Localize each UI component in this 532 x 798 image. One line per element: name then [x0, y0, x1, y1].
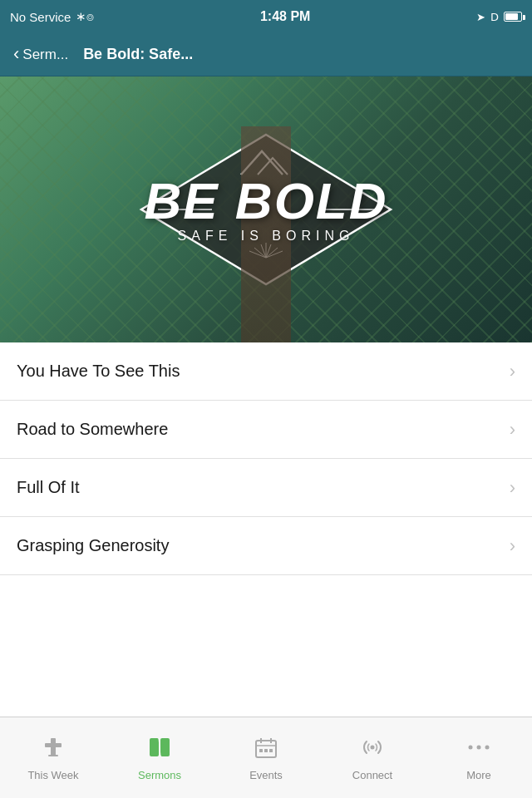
tab-events-label: Events	[249, 769, 283, 781]
svg-point-24	[469, 745, 473, 749]
nav-title: Be Bold: Safe...	[83, 46, 193, 63]
back-chevron-icon: ‹	[13, 43, 19, 65]
svg-line-7	[266, 244, 271, 258]
svg-rect-20	[259, 749, 263, 752]
svg-rect-21	[264, 749, 268, 752]
svg-line-4	[254, 248, 266, 258]
list-item[interactable]: Road to Somewhere ›	[0, 401, 532, 459]
cross-icon	[41, 735, 66, 766]
tab-sermons-label: Sermons	[138, 769, 181, 781]
svg-rect-11	[45, 743, 62, 747]
back-label: Serm...	[22, 47, 68, 63]
book-icon	[147, 735, 172, 766]
svg-line-8	[266, 248, 278, 258]
wifi-icon: ∗⌾	[76, 9, 94, 24]
chevron-right-icon: ›	[510, 419, 515, 441]
svg-line-15	[159, 738, 160, 756]
carrier-label: No Service	[10, 10, 71, 24]
sermon-title-1: You Have To See This	[17, 362, 180, 381]
calendar-icon	[254, 735, 278, 766]
svg-rect-22	[269, 749, 273, 752]
tab-more-label: More	[466, 769, 491, 781]
tab-this-week-label: This Week	[27, 769, 78, 781]
list-item[interactable]: You Have To See This ›	[0, 342, 532, 401]
hero-title: BE BOLD	[145, 175, 388, 227]
svg-rect-14	[160, 738, 170, 756]
time-label: 1:48 PM	[260, 9, 310, 23]
svg-line-3	[249, 251, 266, 258]
hero-image: BE BOLD SAFE IS BORING	[0, 76, 532, 342]
sermon-title-2: Road to Somewhere	[17, 420, 168, 439]
chevron-right-icon: ›	[510, 535, 515, 557]
svg-point-26	[485, 745, 490, 749]
tab-this-week[interactable]: This Week	[0, 717, 106, 798]
tab-sermons[interactable]: Sermons	[106, 717, 213, 798]
svg-rect-13	[150, 738, 159, 756]
svg-line-5	[261, 244, 266, 258]
chevron-right-icon: ›	[510, 477, 515, 499]
tab-more[interactable]: More	[426, 717, 532, 798]
tab-connect-label: Connect	[352, 769, 392, 781]
logo-text: BE BOLD SAFE IS BORING	[145, 175, 388, 244]
list-item[interactable]: Grasping Generosity ›	[0, 517, 532, 575]
sermon-title-3: Full Of It	[17, 478, 80, 497]
tab-connect[interactable]: Connect	[319, 717, 426, 798]
svg-point-25	[477, 745, 481, 749]
status-bar: No Service ∗⌾ 1:48 PM ➤ Ⅾ	[0, 0, 532, 33]
svg-point-23	[371, 745, 375, 749]
sermon-list: You Have To See This › Road to Somewhere…	[0, 342, 532, 575]
dots-icon	[466, 735, 491, 766]
list-item[interactable]: Full Of It ›	[0, 459, 532, 517]
connect-icon	[360, 735, 385, 766]
bluetooth-icon: Ⅾ	[490, 11, 499, 23]
tab-bar: This Week Sermons Events	[0, 717, 532, 798]
sermon-title-4: Grasping Generosity	[17, 536, 169, 555]
battery-icon	[504, 12, 522, 22]
back-button[interactable]: ‹ Serm...	[13, 45, 68, 65]
svg-line-9	[266, 251, 283, 258]
hero-subtitle: SAFE IS BORING	[145, 229, 388, 244]
svg-rect-12	[48, 755, 58, 756]
logo-diamond: BE BOLD SAFE IS BORING	[133, 126, 399, 293]
tab-events[interactable]: Events	[213, 717, 319, 798]
location-icon: ➤	[476, 11, 485, 23]
nav-bar: ‹ Serm... Be Bold: Safe...	[0, 33, 532, 76]
chevron-right-icon: ›	[510, 361, 515, 382]
